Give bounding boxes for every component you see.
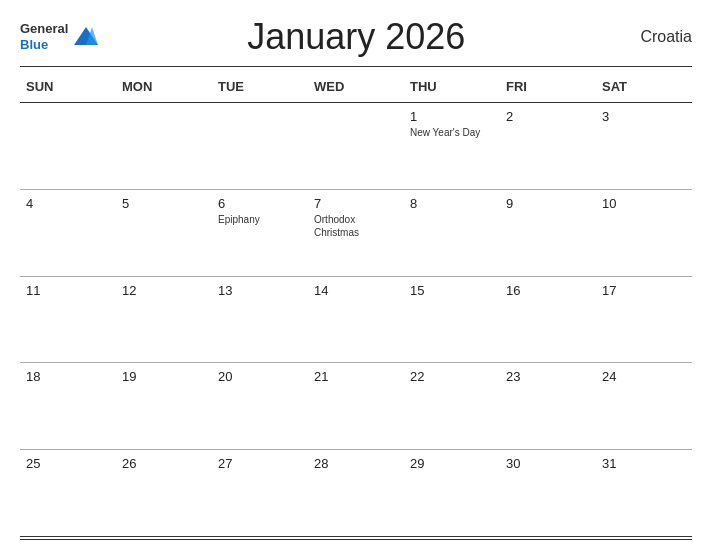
calendar-cell: 17 — [596, 277, 692, 363]
calendar-cell: 3 — [596, 103, 692, 189]
calendar-cell: 4 — [20, 190, 116, 276]
calendar-cell — [212, 103, 308, 189]
cell-date: 23 — [506, 369, 590, 384]
logo: General Blue — [20, 21, 100, 52]
cell-date: 28 — [314, 456, 398, 471]
day-name-fri: FRI — [500, 75, 596, 98]
cell-date: 12 — [122, 283, 206, 298]
country-label: Croatia — [612, 28, 692, 46]
day-name-thu: THU — [404, 75, 500, 98]
calendar-cell: 20 — [212, 363, 308, 449]
days-header: SUNMONTUEWEDTHUFRISAT — [20, 75, 692, 103]
cell-date: 24 — [602, 369, 686, 384]
calendar-week-4: 18192021222324 — [20, 363, 692, 450]
cell-date: 20 — [218, 369, 302, 384]
calendar-cell: 28 — [308, 450, 404, 536]
calendar-cell: 16 — [500, 277, 596, 363]
calendar-cell: 19 — [116, 363, 212, 449]
cell-date: 2 — [506, 109, 590, 124]
day-name-mon: MON — [116, 75, 212, 98]
calendar-header: General Blue January 2026 Croatia — [20, 16, 692, 67]
calendar-cell: 15 — [404, 277, 500, 363]
cell-holiday: Orthodox Christmas — [314, 213, 398, 239]
calendar-cell: 11 — [20, 277, 116, 363]
calendar-cell: 5 — [116, 190, 212, 276]
cell-date: 26 — [122, 456, 206, 471]
cell-date: 9 — [506, 196, 590, 211]
cell-date: 16 — [506, 283, 590, 298]
cell-holiday: New Year's Day — [410, 126, 494, 139]
calendar-week-1: 1New Year's Day23 — [20, 103, 692, 190]
calendar-cell — [308, 103, 404, 189]
cell-date: 29 — [410, 456, 494, 471]
cell-date: 5 — [122, 196, 206, 211]
calendar-cell — [116, 103, 212, 189]
cell-date: 7 — [314, 196, 398, 211]
calendar-cell: 1New Year's Day — [404, 103, 500, 189]
day-name-sun: SUN — [20, 75, 116, 98]
calendar-cell: 8 — [404, 190, 500, 276]
cell-date: 6 — [218, 196, 302, 211]
cell-date: 18 — [26, 369, 110, 384]
calendar-cell: 23 — [500, 363, 596, 449]
cell-date: 4 — [26, 196, 110, 211]
calendar-week-5: 25262728293031 — [20, 450, 692, 537]
calendar-cell: 7Orthodox Christmas — [308, 190, 404, 276]
calendar-container: General Blue January 2026 Croatia SUNMON… — [0, 0, 712, 550]
cell-date: 25 — [26, 456, 110, 471]
day-name-tue: TUE — [212, 75, 308, 98]
cell-date: 30 — [506, 456, 590, 471]
cell-date: 27 — [218, 456, 302, 471]
cell-date: 22 — [410, 369, 494, 384]
calendar-cell: 6Epiphany — [212, 190, 308, 276]
calendar-cell: 26 — [116, 450, 212, 536]
calendar-cell: 25 — [20, 450, 116, 536]
calendar-week-3: 11121314151617 — [20, 277, 692, 364]
cell-date: 13 — [218, 283, 302, 298]
month-title: January 2026 — [100, 16, 612, 58]
calendar-cell — [20, 103, 116, 189]
cell-date: 21 — [314, 369, 398, 384]
day-name-sat: SAT — [596, 75, 692, 98]
calendar-cell: 12 — [116, 277, 212, 363]
bottom-line — [20, 539, 692, 540]
calendar-cell: 29 — [404, 450, 500, 536]
calendar-cell: 24 — [596, 363, 692, 449]
cell-date: 17 — [602, 283, 686, 298]
calendar-cell: 31 — [596, 450, 692, 536]
calendar-cell: 18 — [20, 363, 116, 449]
calendar-cell: 2 — [500, 103, 596, 189]
cell-date: 3 — [602, 109, 686, 124]
cell-date: 19 — [122, 369, 206, 384]
calendar-cell: 9 — [500, 190, 596, 276]
cell-date: 1 — [410, 109, 494, 124]
calendar-cell: 13 — [212, 277, 308, 363]
cell-date: 10 — [602, 196, 686, 211]
calendar-week-2: 456Epiphany7Orthodox Christmas8910 — [20, 190, 692, 277]
calendar-cell: 14 — [308, 277, 404, 363]
cell-date: 8 — [410, 196, 494, 211]
calendar-grid: 1New Year's Day23456Epiphany7Orthodox Ch… — [20, 103, 692, 537]
cell-date: 15 — [410, 283, 494, 298]
calendar-cell: 27 — [212, 450, 308, 536]
cell-date: 31 — [602, 456, 686, 471]
cell-holiday: Epiphany — [218, 213, 302, 226]
calendar-cell: 22 — [404, 363, 500, 449]
day-name-wed: WED — [308, 75, 404, 98]
calendar-cell: 10 — [596, 190, 692, 276]
calendar-cell: 30 — [500, 450, 596, 536]
cell-date: 11 — [26, 283, 110, 298]
calendar-cell: 21 — [308, 363, 404, 449]
logo-text-general: General — [20, 21, 68, 37]
cell-date: 14 — [314, 283, 398, 298]
logo-text-blue: Blue — [20, 37, 48, 53]
logo-icon — [72, 23, 100, 51]
